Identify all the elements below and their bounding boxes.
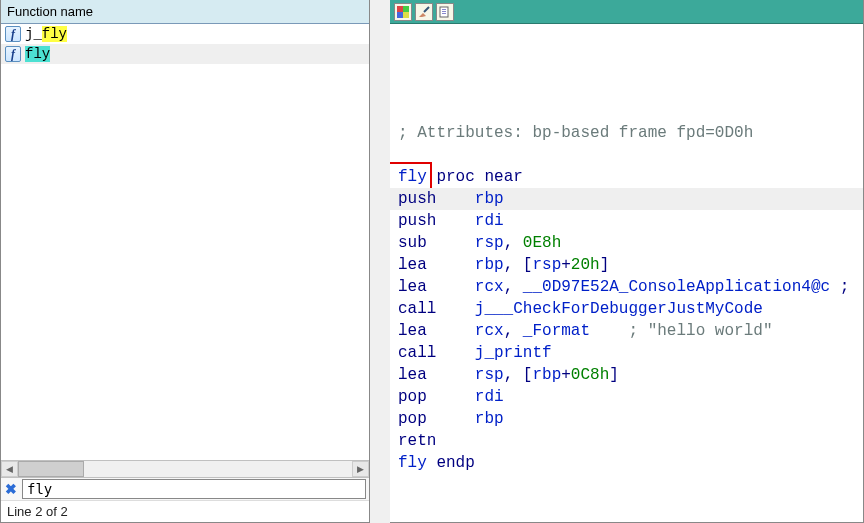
scroll-right-icon[interactable]: ▶ [352, 461, 369, 477]
code-line[interactable]: pop rbp [390, 408, 863, 430]
code-line[interactable] [390, 144, 863, 166]
functions-list[interactable]: fj_flyffly [1, 24, 369, 460]
scroll-thumb[interactable] [18, 461, 84, 477]
svg-rect-1 [403, 6, 409, 12]
svg-rect-7 [442, 11, 446, 12]
code-line[interactable]: fly proc near [390, 166, 863, 188]
svg-rect-2 [397, 12, 403, 18]
function-name: fly [25, 46, 50, 62]
toolbar-palette-icon[interactable] [394, 3, 412, 21]
toolbar-brush-icon[interactable] [415, 3, 433, 21]
code-line[interactable]: push rbp [390, 188, 863, 210]
functions-panel: Function name fj_flyffly ◀ ▶ ✖ Line 2 of… [0, 0, 370, 523]
functions-search-input[interactable] [22, 479, 366, 499]
disassembly-panel: ; Attributes: bp-based frame fpd=0D0h fl… [390, 0, 864, 523]
function-name: j_fly [25, 26, 67, 42]
svg-line-4 [424, 7, 429, 12]
code-line[interactable]: pop rdi [390, 386, 863, 408]
scroll-left-icon[interactable]: ◀ [1, 461, 18, 477]
functions-hscrollbar[interactable]: ◀ ▶ [1, 460, 369, 477]
code-line[interactable]: lea rcx, _Format ; "hello world" [390, 320, 863, 342]
svg-rect-6 [442, 9, 446, 10]
code-line[interactable]: fly endp [390, 452, 863, 474]
function-row[interactable]: ffly [1, 44, 369, 64]
svg-rect-0 [397, 6, 403, 12]
code-comment: ; Attributes: bp-based frame fpd=0D0h [390, 122, 863, 144]
code-line[interactable]: push rdi [390, 210, 863, 232]
code-line[interactable]: sub rsp, 0E8h [390, 232, 863, 254]
clear-search-icon[interactable]: ✖ [4, 481, 18, 497]
function-icon: f [5, 46, 21, 62]
code-line[interactable]: call j___CheckForDebuggerJustMyCode [390, 298, 863, 320]
scroll-track[interactable] [18, 461, 352, 477]
code-line[interactable]: call j_printf [390, 342, 863, 364]
functions-header[interactable]: Function name [1, 0, 369, 24]
svg-rect-8 [442, 13, 446, 14]
function-icon: f [5, 26, 21, 42]
function-row[interactable]: fj_fly [1, 24, 369, 44]
svg-rect-3 [403, 12, 409, 18]
code-line[interactable]: lea rcx, __0D97E52A_ConsoleApplication4@… [390, 276, 863, 298]
disassembly-toolbar [390, 0, 863, 24]
toolbar-doc-icon[interactable] [436, 3, 454, 21]
functions-status: Line 2 of 2 [1, 500, 369, 522]
panel-gap [370, 0, 390, 523]
code-line[interactable]: lea rbp, [rsp+20h] [390, 254, 863, 276]
main-area: Function name fj_flyffly ◀ ▶ ✖ Line 2 of… [0, 0, 864, 523]
functions-search-row: ✖ [1, 477, 369, 500]
disassembly-code[interactable]: ; Attributes: bp-based frame fpd=0D0h fl… [390, 24, 863, 522]
code-line[interactable]: lea rsp, [rbp+0C8h] [390, 364, 863, 386]
code-line[interactable]: retn [390, 430, 863, 452]
